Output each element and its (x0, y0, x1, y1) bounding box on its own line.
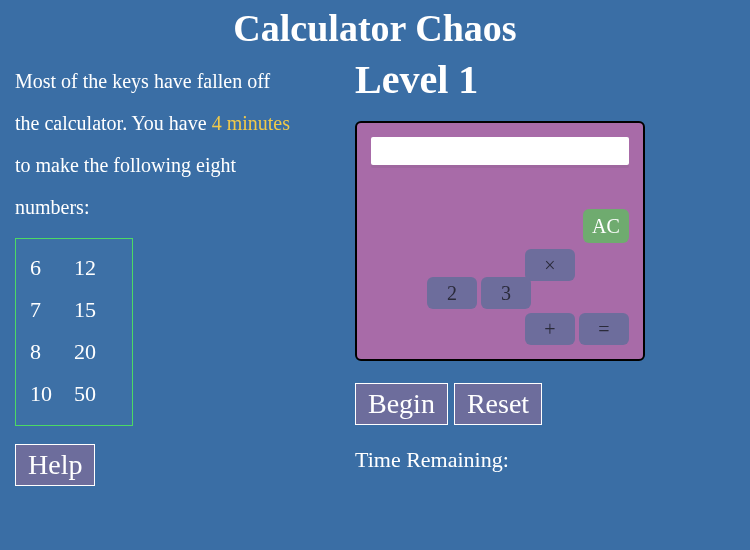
target-cell: 7 (30, 289, 74, 331)
time-remaining-label: Time Remaining: (355, 447, 509, 472)
right-panel: Level 1 AC × 2 3 + = BeginReset Time Rem… (355, 60, 735, 486)
calculator: AC × 2 3 + = (355, 121, 645, 361)
calculator-display (371, 137, 629, 165)
target-cell: 20 (74, 331, 118, 373)
target-numbers-table: 6 12 7 15 8 20 10 50 (30, 247, 118, 415)
target-cell: 6 (30, 247, 74, 289)
level-heading: Level 1 (355, 56, 735, 103)
target-cell: 8 (30, 331, 74, 373)
target-cell: 12 (74, 247, 118, 289)
key-equals[interactable]: = (579, 313, 629, 345)
help-button[interactable]: Help (15, 444, 95, 486)
target-cell: 15 (74, 289, 118, 331)
controls-row: BeginReset (355, 383, 735, 425)
table-row: 10 50 (30, 373, 118, 415)
instr-post: to make the following eight numbers: (15, 154, 236, 218)
key-2[interactable]: 2 (427, 277, 477, 309)
target-cell: 50 (74, 373, 118, 415)
begin-button[interactable]: Begin (355, 383, 448, 425)
table-row: 7 15 (30, 289, 118, 331)
key-ac[interactable]: AC (583, 209, 629, 243)
instructions-text: Most of the keys have fallen off the cal… (15, 60, 295, 228)
page-title: Calculator Chaos (0, 0, 750, 60)
key-multiply[interactable]: × (525, 249, 575, 281)
left-panel: Most of the keys have fallen off the cal… (15, 60, 355, 486)
table-row: 6 12 (30, 247, 118, 289)
main-container: Most of the keys have fallen off the cal… (0, 60, 750, 486)
table-row: 8 20 (30, 331, 118, 373)
target-cell: 10 (30, 373, 74, 415)
instr-time: 4 minutes (212, 112, 290, 134)
reset-button[interactable]: Reset (454, 383, 542, 425)
key-3[interactable]: 3 (481, 277, 531, 309)
key-plus[interactable]: + (525, 313, 575, 345)
target-numbers-box: 6 12 7 15 8 20 10 50 (15, 238, 133, 426)
time-remaining-row: Time Remaining: (355, 447, 735, 473)
